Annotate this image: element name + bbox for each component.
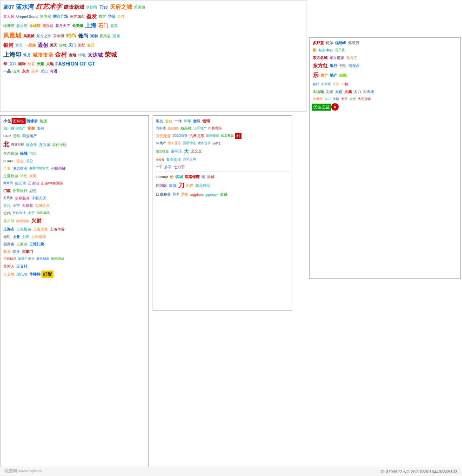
right-shiqianli: 石千里 (335, 48, 345, 53)
logo-changmei1: 长美镇 (134, 5, 145, 10)
left-shugong: 书公 (26, 159, 33, 164)
left-xinre: 新热城市 (36, 257, 49, 261)
mid-yiyiyi: 义义义 (191, 149, 202, 154)
logo-jingshan: 景山 (40, 69, 48, 74)
logo-guoji: 国际 (18, 61, 26, 66)
mid-mupingzhuang: 墓平庄 (171, 149, 182, 154)
mid-duozi: 多字 (164, 165, 172, 170)
left-panel: 小北 图标纵 随缘居 购屋 四川商业地产 富商 资兴 S&ue 游乐 商业地产 … (0, 115, 149, 472)
logo-FASHION: FASHION OF GT (55, 61, 95, 66)
left-tubiao: 图标纵 (12, 118, 26, 124)
left-shuifu: 水福花卉 (15, 196, 30, 201)
logo-donghuafu: 东华府 (53, 33, 64, 39)
logo-yipinhai: 一品海 (25, 43, 36, 48)
mid-yizi: 一字 (156, 165, 162, 169)
left-sue: S&ue (3, 134, 11, 138)
logo-nvren: 女人风 (3, 14, 14, 19)
left-menkan: 门槛 (3, 188, 11, 193)
left-dalihua: 大丽花 (22, 203, 33, 208)
logo-qiuyi: 秋宜 (27, 61, 35, 66)
left-hezi: 合资 (3, 166, 11, 171)
left-chuangshang: 创商务 (3, 242, 14, 247)
right-daer: 大二 (324, 97, 331, 101)
left-gudai: 古代 (3, 211, 11, 216)
logo-jincun: 金村 (55, 51, 67, 59)
logo-huayuetianxia: 花月天下 (55, 23, 70, 28)
mid-jingzhuang: 精装餐饮 (221, 133, 234, 138)
mid-51di: 51地产 (156, 141, 166, 145)
left-tianzhi: 添志 (16, 159, 24, 164)
logo-fangtian: 方天 (15, 43, 23, 48)
left-zixing: 资兴 (37, 126, 44, 131)
mid-vvp1: vVP1 (213, 142, 221, 145)
left-lvse: 绿色 (20, 173, 27, 178)
watermark-text: 昵图网 www.nipic.cn (5, 468, 43, 474)
left-yike: 乙克宙 (28, 181, 39, 186)
right-dushizhongxin: 都市中心 (318, 48, 333, 53)
right-qier: 切尔 (326, 40, 333, 46)
logo-yingfa: 盈发 (87, 13, 97, 20)
left-fushang: 富商 (27, 126, 35, 131)
mid-bingcheng: 缤城 (175, 174, 183, 179)
left-jiaxiang: 家乡 (3, 249, 11, 254)
left-shangshangs: 商商商 (3, 181, 13, 185)
logo-tongchuang2: 通创 (38, 42, 48, 49)
logo-fenghuang1: 凤凰城 (3, 32, 21, 40)
right-fangchan: 房产 (321, 73, 328, 78)
logo-dongfangcity: 东方城市 (70, 14, 85, 19)
left-youle: 游乐 (13, 133, 20, 139)
right-fuda: 伏达之益 (312, 104, 331, 111)
mid-baisheng: 白声 (186, 183, 194, 188)
left-hualou: 华楼联 (29, 272, 40, 277)
left-lvcheng2: 绿城 (20, 151, 27, 156)
right-yinhang: 银行 (330, 63, 337, 68)
right-yifu: 一扶 (341, 82, 348, 87)
mid-jiapin: 家品商品 (195, 183, 210, 188)
right-le: 乐 (313, 71, 319, 79)
right-dazi: 大字 (341, 97, 348, 101)
right-dongfanghong: 东方红 (313, 62, 328, 69)
left-hebian: 河边 (29, 151, 37, 156)
mid-lianxiao: 链销 (202, 119, 210, 124)
mid-baishang: 白目商场 (208, 126, 221, 131)
logo-fule: 福乐居 (42, 23, 54, 28)
mid-qingci: 清次牧畜 (156, 149, 169, 154)
logo-lvcheng: 绿城 (59, 43, 67, 48)
top-section: 蓝07 蓝水湾 红艺术字 建设新城 水韵情 Tne 天府之城 长美镇 女人风 U… (0, 0, 307, 112)
right-dichan: 地产 (330, 73, 337, 78)
left-sanyidi: 三义地 (3, 272, 14, 277)
left-sanjiamen: 三家门 (22, 249, 33, 254)
mid-yizhong: 易中 (173, 192, 179, 197)
logo-changmei2: 长美镇 (72, 23, 83, 28)
middle-panel: 银友 金仕 一体 年年 全科 链销 商年地 高端购 商品楼 山联地产 白目商场 … (153, 115, 292, 311)
left-yiyang: 医阳国健 (51, 257, 64, 261)
mid-yinyou: 银友 (156, 119, 163, 124)
mid-fen: 份 (170, 174, 174, 179)
left-xiaoyu: 小宇 (13, 203, 20, 208)
mid-qingyi: 青衣食庄 (166, 157, 181, 162)
right-hongpai: ● (331, 103, 339, 111)
bottom-bar: 昵图网 www.nipic.cn ID:3799622 NO:202103301… (0, 467, 462, 476)
left-shangban: 上班 (22, 234, 29, 239)
mid-qimolongche: 汽摩龙车 (189, 133, 204, 139)
left-guangshi: 光时 (3, 234, 11, 239)
left-xianyuanli: 仙元里 (15, 181, 26, 186)
logo-shimen: 石门 (98, 22, 108, 29)
left-sanyishe: 三义社 (16, 264, 27, 269)
left-shanghai2: 上海股份 (16, 227, 31, 232)
mid-divider1 (155, 172, 290, 172)
right-xindai: 鑫代 (313, 82, 319, 86)
left-shixilv: 实习绿 (3, 218, 14, 224)
right-dongfangmingcheng: 东方名城 (313, 55, 328, 60)
left-xiandaimu: 现代牧 (16, 272, 27, 277)
mid-qiaotuo: 乔托建业 (156, 133, 171, 139)
left-shangyejx: 商业经销 (11, 142, 24, 147)
logo-jindi: 金地 (69, 53, 76, 58)
left-sichuan: 四川商业地产 (3, 126, 26, 131)
right-wenlao: 文老 (326, 89, 333, 94)
mid-sqjpture: sqjpture (190, 192, 203, 197)
right-lvdi: 绿地 (339, 73, 347, 78)
mid-jinshi: 金仕 (165, 119, 173, 124)
right-duobang: 多邦置 (313, 40, 324, 46)
mid-richeng: 日成商业 (156, 192, 171, 197)
